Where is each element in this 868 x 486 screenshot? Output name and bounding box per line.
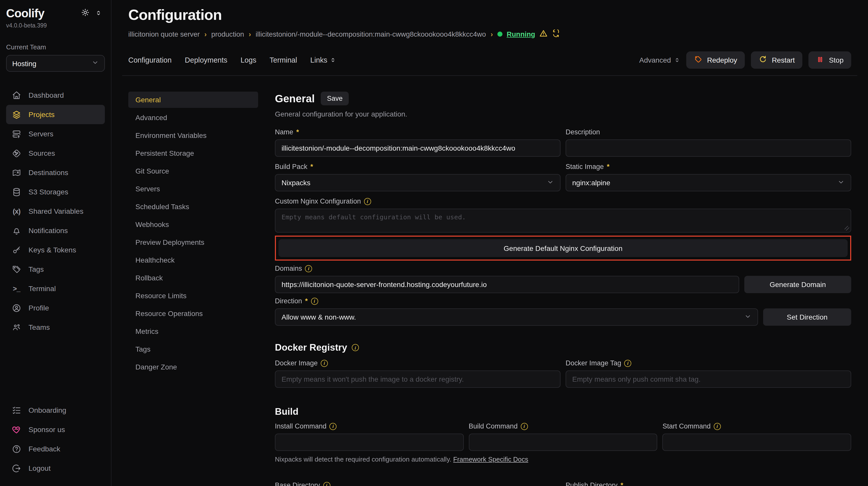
sidebar-item-profile[interactable]: Profile	[6, 298, 105, 318]
sidebar-item-projects[interactable]: Projects	[6, 105, 105, 124]
sidebar-item-notifications[interactable]: Notifications	[6, 221, 105, 240]
docker-image-tag-field: Docker Image Tag i	[566, 359, 851, 388]
subnav-item-environment-variables[interactable]: Environment Variables	[128, 127, 258, 143]
sidebar-item-sources[interactable]: Sources	[6, 143, 105, 163]
sidebar-header-icons	[81, 8, 102, 19]
nginx-config-textarea[interactable]	[275, 209, 851, 233]
generate-domain-button[interactable]: Generate Domain	[744, 276, 851, 293]
framework-docs-link[interactable]: Framework Specific Docs	[453, 455, 528, 463]
tab-deployments[interactable]: Deployments	[185, 56, 227, 64]
sidebar-item-tags[interactable]: Tags	[6, 260, 105, 279]
subnav-item-metrics[interactable]: Metrics	[128, 323, 258, 339]
domains-field: Domains i Generate Domain	[275, 265, 851, 293]
install-command-field: Install Command i	[275, 422, 464, 451]
install-command-input[interactable]	[275, 433, 464, 451]
tab-terminal[interactable]: Terminal	[270, 56, 297, 64]
build-pack-select[interactable]: Nixpacks	[275, 174, 560, 191]
docker-image-tag-input[interactable]	[566, 370, 851, 388]
generate-nginx-config-button[interactable]: Generate Default Nginx Configuration	[278, 239, 848, 257]
description-input[interactable]	[566, 139, 851, 157]
subnav-item-tags[interactable]: Tags	[128, 341, 258, 357]
sidebar-item-feedback[interactable]: Feedback	[6, 439, 105, 458]
docker-registry-row: Docker Image i Docker Image Tag i	[275, 359, 851, 388]
publish-directory-field: Publish Directory *	[566, 481, 851, 486]
description-field: Description	[566, 128, 851, 157]
description-label: Description	[566, 128, 851, 136]
resize-handle-icon[interactable]	[845, 226, 849, 230]
sidebar-item-shared-variables[interactable]: (x) Shared Variables	[6, 201, 105, 221]
sidebar-item-onboarding[interactable]: Onboarding	[6, 400, 105, 420]
info-icon: i	[321, 360, 328, 367]
home-icon	[11, 90, 22, 100]
info-icon: i	[364, 198, 371, 205]
tab-links[interactable]: Links	[310, 56, 336, 64]
sidebar-item-label: Dashboard	[29, 91, 64, 99]
app-logo: Coolify	[6, 7, 44, 20]
sidebar-item-logout[interactable]: Logout	[6, 458, 105, 478]
tab-configuration[interactable]: Configuration	[128, 56, 172, 64]
sidebar-item-label: Destinations	[29, 168, 68, 176]
name-input[interactable]	[275, 139, 560, 157]
sidebar-header: Coolify	[6, 7, 105, 20]
subnav-item-git-source[interactable]: Git Source	[128, 163, 258, 179]
sidebar-item-servers[interactable]: Servers	[6, 124, 105, 143]
build-pack-label: Build Pack *	[275, 163, 560, 170]
docker-image-input[interactable]	[275, 370, 560, 388]
required-marker: *	[305, 297, 308, 305]
git-source-icon	[11, 148, 22, 158]
build-command-field: Build Command i	[469, 422, 657, 451]
domains-label: Domains i	[275, 265, 851, 272]
subnav-item-resource-operations[interactable]: Resource Operations	[128, 305, 258, 322]
map-icon	[11, 168, 22, 177]
sidebar-item-dashboard[interactable]: Dashboard	[6, 86, 105, 105]
start-command-input[interactable]	[662, 433, 851, 451]
breadcrumb-application[interactable]: illicitestonion/-module--decomposition:m…	[255, 30, 486, 38]
sidebar-item-label: Servers	[29, 130, 54, 138]
sidebar-item-teams[interactable]: Teams	[6, 318, 105, 337]
breadcrumb-environment[interactable]: production	[211, 30, 244, 38]
subnav-item-webhooks[interactable]: Webhooks	[128, 216, 258, 233]
sidebar-item-s3-storages[interactable]: S3 Storages	[6, 182, 105, 201]
build-command-input[interactable]	[469, 433, 657, 451]
subnav-item-preview-deployments[interactable]: Preview Deployments	[128, 234, 258, 250]
subnav-item-danger-zone[interactable]: Danger Zone	[128, 359, 258, 375]
sidebar-item-sponsor[interactable]: Sponsor us	[6, 420, 105, 439]
refresh-icon[interactable]	[552, 29, 560, 39]
direction-select[interactable]: Allow www & non-www.	[275, 309, 758, 326]
domains-input[interactable]	[275, 276, 739, 293]
sidebar-nav: Dashboard Projects Servers Sources	[6, 86, 105, 337]
subnav-item-rollback[interactable]: Rollback	[128, 270, 258, 286]
warning-icon[interactable]	[539, 29, 548, 39]
chevrons-up-down-icon[interactable]	[95, 9, 102, 18]
breadcrumb-project[interactable]: illicitonion quote server	[128, 30, 200, 38]
info-icon: i	[311, 297, 318, 304]
info-icon: i	[714, 423, 721, 430]
static-image-select[interactable]: nginx:alpine	[566, 174, 851, 191]
sidebar-item-destinations[interactable]: Destinations	[6, 163, 105, 182]
subnav-item-resource-limits[interactable]: Resource Limits	[128, 288, 258, 304]
sidebar-item-keys-tokens[interactable]: Keys & Tokens	[6, 240, 105, 260]
team-select[interactable]: Hosting	[6, 55, 105, 72]
advanced-dropdown[interactable]: Advanced	[639, 56, 680, 64]
tab-logs[interactable]: Logs	[241, 56, 256, 64]
set-direction-button[interactable]: Set Direction	[763, 309, 851, 326]
stop-button[interactable]: Stop	[808, 52, 851, 69]
subnav-item-scheduled-tasks[interactable]: Scheduled Tasks	[128, 198, 258, 215]
start-command-label: Start Command i	[662, 422, 851, 430]
subnav-item-healthcheck[interactable]: Healthcheck	[128, 252, 258, 268]
sidebar-item-label: Teams	[29, 323, 50, 331]
subnav-item-advanced[interactable]: Advanced	[128, 109, 258, 126]
theme-sun-icon[interactable]	[81, 8, 90, 19]
sidebar-item-label: Sponsor us	[29, 425, 65, 433]
subnav-item-persistent-storage[interactable]: Persistent Storage	[128, 145, 258, 161]
subnav-item-general[interactable]: General	[128, 92, 258, 108]
sidebar-item-terminal[interactable]: >_ Terminal	[6, 279, 105, 298]
required-marker: *	[621, 481, 623, 486]
subnav-item-servers[interactable]: Servers	[128, 181, 258, 197]
redeploy-button[interactable]: Redeploy	[686, 52, 745, 69]
status-badge[interactable]: Running	[507, 30, 535, 38]
direction-label: Direction * i	[275, 297, 851, 305]
publish-directory-label: Publish Directory *	[566, 481, 851, 486]
restart-button[interactable]: Restart	[751, 52, 802, 69]
save-button[interactable]: Save	[321, 92, 349, 105]
